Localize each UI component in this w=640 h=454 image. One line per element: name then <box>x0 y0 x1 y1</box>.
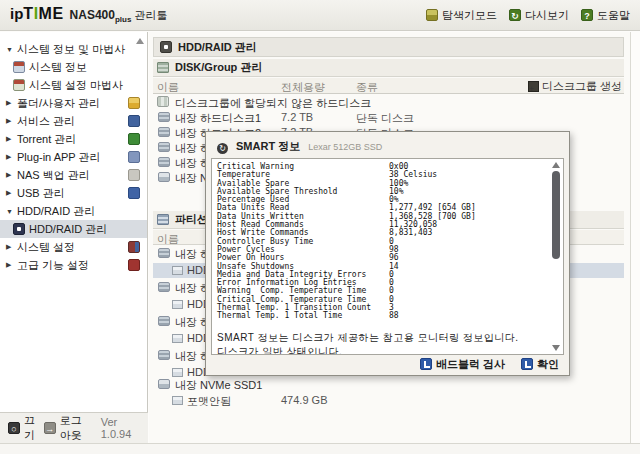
table-row[interactable]: 포맷안됨 474.9 GB <box>153 393 624 408</box>
sidebar-item-services[interactable]: 서비스 관리 <box>0 112 147 130</box>
unassigned-group-row[interactable]: 디스크그룹에 할당되지 않은 하드디스크 <box>153 95 624 110</box>
scroll-down-icon[interactable] <box>552 345 560 351</box>
hdd-icon <box>158 350 170 360</box>
smart-panel-scrollbar[interactable] <box>551 161 561 352</box>
folder-user-icon <box>128 97 140 109</box>
partition-row-icon <box>172 266 183 275</box>
smart-note: SMART 정보는 디스크가 제공하는 참고용 모니터링 정보입니다. <box>217 331 547 345</box>
smart-attributes-panel: Critical Warning 0x00 Temperature 38 Cel… <box>211 158 564 355</box>
logo-time: TIME <box>23 5 63 23</box>
chevron-right-icon <box>6 189 17 197</box>
sidebar-item-folder-user[interactable]: 폴더/사용자 관리 <box>0 94 147 112</box>
partition-icon <box>157 214 169 225</box>
sidebar-item-hdd-raid[interactable]: HDD/RAID 관리 <box>0 220 147 238</box>
page-title-bar: HDD/RAID 관리 <box>153 37 624 57</box>
nas-backup-icon <box>128 169 140 181</box>
disk-group-section-title: DISK/Group 관리 <box>175 60 262 75</box>
sidebar-item-plugin-app[interactable]: Plug-in APP 관리 <box>0 148 147 166</box>
chevron-right-icon <box>6 153 17 161</box>
help-icon <box>581 9 593 21</box>
sidebar-item-system-info[interactable]: 시스템 정보 <box>0 58 147 76</box>
smart-dialog-title: SMART 정보 <box>236 139 300 154</box>
bottom-strip <box>0 443 640 454</box>
column-name: 이름 <box>157 232 179 247</box>
hdd-icon <box>158 316 170 326</box>
smart-attribute-line: Thermal Temp. 1 Total Time 88 <box>217 312 547 320</box>
ok-icon <box>521 358 533 370</box>
hdd-icon <box>158 142 170 152</box>
hdd-raid-icon <box>13 223 25 235</box>
power-icon <box>8 422 20 434</box>
sidebar-item-system-settings[interactable]: 시스템 설정 <box>0 238 147 256</box>
usb-icon <box>128 187 140 199</box>
chevron-right-icon <box>6 99 17 107</box>
product-name: NAS400plus <box>70 8 132 24</box>
power-off-button[interactable]: 끄기 <box>8 413 38 443</box>
app-window: ipTIME NAS400plus 관리툴 탐색기모드 다시보기 도움말 시스템… <box>0 0 640 454</box>
smart-dialog-subtitle: Lexar 512GB SSD <box>308 142 382 152</box>
setup-wizard-icon <box>13 79 25 91</box>
hdd-icon <box>158 112 170 122</box>
partition-row-icon <box>172 368 183 377</box>
disk-group-row-icon <box>157 96 169 107</box>
disk-table-header: 이름 전체용량 종류 디스크그룹 생성 <box>153 78 624 94</box>
explorer-mode-icon <box>426 9 438 21</box>
scrollbar-thumb[interactable] <box>552 171 560 259</box>
iptime-logo: ipTIME NAS400plus 관리툴 <box>10 5 167 24</box>
title-suffix: 관리툴 <box>134 8 167 23</box>
sidebar-footer: 끄기 로그아웃 Ver 1.0.94 <box>0 412 148 443</box>
logout-icon <box>44 422 56 434</box>
sidebar-item-torrent[interactable]: Torrent 관리 <box>0 130 147 148</box>
table-row[interactable]: 내장 NVMe SSD1 <box>153 377 624 392</box>
smart-info-dialog: SMART 정보 Lexar 512GB SSD Critical Warnin… <box>205 131 570 376</box>
hdd-icon <box>158 282 170 292</box>
sidebar: 시스템 정보 및 마법사 시스템 정보 시스템 설정 마법사 폴더/사용자 관리… <box>0 32 148 412</box>
sidebar-item-usb[interactable]: USB 관리 <box>0 184 147 202</box>
system-settings-icon <box>128 241 140 253</box>
smart-refresh-icon[interactable] <box>217 143 228 154</box>
sidebar-item-setup-wizard[interactable]: 시스템 설정 마법사 <box>0 76 147 94</box>
smart-dialog-footer: 배드블럭 검사 확인 <box>206 356 559 372</box>
sidebar-item-hdd-raid-group[interactable]: HDD/RAID 관리 <box>0 202 147 220</box>
nvme-icon <box>158 172 170 182</box>
chevron-right-icon <box>6 135 17 143</box>
table-row[interactable]: 내장 하드디스크1 7.2 TB 단독 디스크 <box>153 110 624 125</box>
badblock-scan-icon <box>420 358 432 370</box>
sidebar-item-nas-backup[interactable]: NAS 백업 관리 <box>0 166 147 184</box>
partition-row-icon <box>172 334 183 343</box>
chevron-down-icon <box>6 46 17 53</box>
chevron-down-icon <box>6 208 17 215</box>
version-label: Ver 1.0.94 <box>101 416 140 440</box>
chevron-right-icon <box>6 243 17 251</box>
create-disk-group-icon <box>528 81 539 92</box>
sidebar-item-system-info-wizard-group[interactable]: 시스템 정보 및 마법사 <box>0 40 147 58</box>
plugin-app-icon <box>128 151 140 163</box>
smart-note: 디스크가 일반 상태입니다. <box>217 345 547 355</box>
disk-group-icon <box>157 62 169 73</box>
nvme-icon <box>158 379 170 389</box>
refresh-icon <box>509 9 521 21</box>
create-disk-group-button[interactable]: 디스크그룹 생성 <box>528 79 622 94</box>
sidebar-item-advanced[interactable]: 고급 기능 설정 <box>0 256 147 274</box>
disk-group-section-bar: DISK/Group 관리 <box>153 59 624 77</box>
explorer-mode-link[interactable]: 탐색기모드 <box>426 8 497 23</box>
column-name: 이름 <box>157 80 179 95</box>
chevron-right-icon <box>6 261 17 269</box>
advanced-settings-icon <box>128 259 140 271</box>
partition-row-icon <box>172 396 183 405</box>
gear-icon <box>160 41 172 53</box>
services-icon <box>128 115 140 127</box>
hdd-icon <box>158 248 170 258</box>
scroll-up-icon[interactable] <box>552 162 560 168</box>
hdd-icon <box>158 157 170 167</box>
column-capacity: 전체용량 <box>281 80 325 95</box>
ok-button[interactable]: 확인 <box>521 357 559 372</box>
column-type: 종류 <box>356 80 378 95</box>
torrent-icon <box>128 133 140 145</box>
page-title: HDD/RAID 관리 <box>178 40 257 55</box>
logout-button[interactable]: 로그아웃 <box>44 413 91 443</box>
badblock-scan-button[interactable]: 배드블럭 검사 <box>420 357 505 372</box>
refresh-link[interactable]: 다시보기 <box>509 8 569 23</box>
help-link[interactable]: 도움말 <box>581 8 630 23</box>
top-header: ipTIME NAS400plus 관리툴 탐색기모드 다시보기 도움말 <box>0 0 640 31</box>
